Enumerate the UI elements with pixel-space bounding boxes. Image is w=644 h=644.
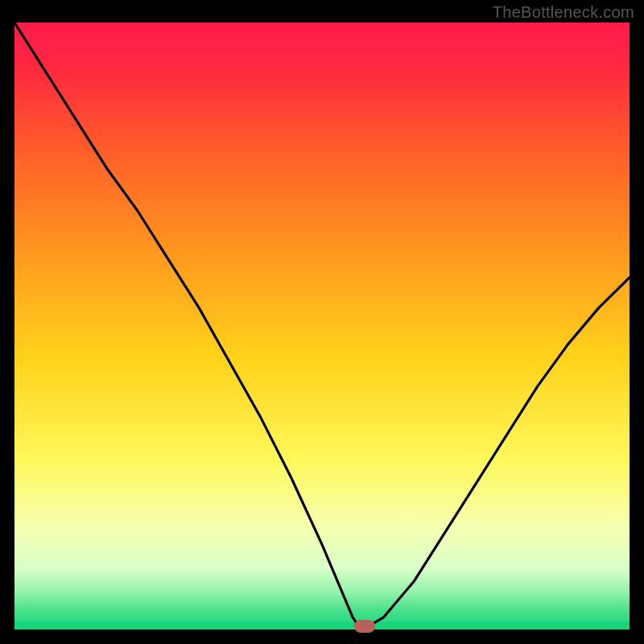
chart-frame: TheBottleneck.com bbox=[0, 0, 644, 644]
gradient-background bbox=[14, 23, 630, 630]
chart-svg bbox=[14, 23, 630, 630]
plot-area bbox=[14, 23, 630, 630]
optimal-point-marker bbox=[354, 620, 375, 633]
watermark-text: TheBottleneck.com bbox=[493, 3, 634, 22]
bottom-green-band bbox=[14, 621, 630, 630]
